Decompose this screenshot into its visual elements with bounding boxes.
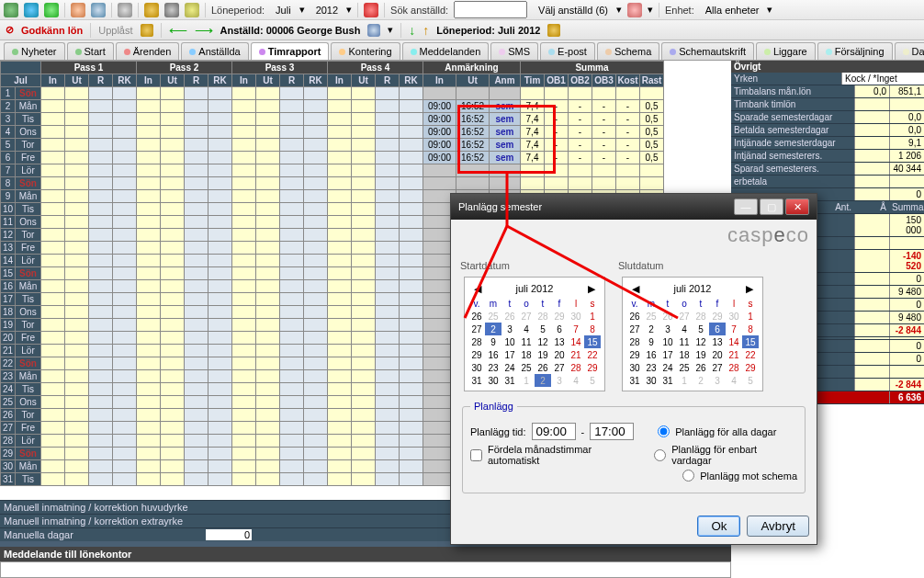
cancel-button[interactable]: Avbryt <box>747 516 809 537</box>
tab-liggare[interactable]: Liggare <box>756 42 816 60</box>
pass-2-header: Pass 2 <box>137 62 232 74</box>
summary-row: Intjänade semesterdagar9,1 <box>731 137 924 150</box>
approve-button[interactable]: Godkänn lön <box>21 25 83 36</box>
summary-row: Sparade semesterdagar0,0 <box>731 111 924 124</box>
icon-1[interactable] <box>4 3 18 17</box>
manual-days-val[interactable]: 0 <box>206 529 252 540</box>
month-header <box>1 62 41 74</box>
day-row-1[interactable]: 1Sön <box>1 87 664 100</box>
day-row-7[interactable]: 7Lör <box>1 164 664 177</box>
plan-fieldset: Planlägg Planlägg tid: - Planlägg för al… <box>462 401 806 493</box>
manual-main: Manuell inmatning / korrektion huvudyrke <box>4 502 206 513</box>
warn-icon: ⊘ <box>6 24 14 36</box>
auto-distribute-check[interactable] <box>470 449 482 461</box>
period-label: Löneperiod: <box>211 5 265 16</box>
tab-försäljning[interactable]: Försäljning <box>817 42 893 60</box>
unit-select[interactable]: Alla enheter <box>700 5 765 16</box>
user-icon[interactable] <box>71 3 85 17</box>
employee-label: Anställd: 00006 George Bush <box>220 25 361 36</box>
unit-label: Enhet: <box>665 5 694 16</box>
minimize-button[interactable]: — <box>734 198 758 215</box>
tab-timrapport[interactable]: Timrapport <box>251 42 330 60</box>
summary-row: Timbalans mån.lön0,0851,1 <box>731 85 924 98</box>
ok-button[interactable]: Ok <box>697 516 740 537</box>
dialog-titlebar[interactable]: Planlägg semester — ▢ ✕ <box>451 194 817 220</box>
plan-vacation-dialog: Planlägg semester — ▢ ✕ caspeco Startdat… <box>450 193 817 545</box>
secondary-toolbar: ⊘ Godkänn lön Upplåst ⟵ ⟶ Anställd: 0000… <box>0 20 924 40</box>
radio-weekdays[interactable] <box>654 449 666 461</box>
summary-row: YrkenKock / *Inget <box>731 73 924 85</box>
tab-anställda[interactable]: Anställda <box>181 42 248 60</box>
icon-2[interactable] <box>24 3 39 17</box>
unlock-icon[interactable] <box>547 24 560 37</box>
print-icon[interactable] <box>118 3 132 17</box>
down-arrow[interactable]: ↓ <box>409 23 415 38</box>
time-to[interactable] <box>590 423 634 440</box>
tab-nyheter[interactable]: Nyheter <box>4 42 65 60</box>
summary-row: Intjänad semesterers.1 206 <box>731 150 924 163</box>
day-row-3[interactable]: 3Tis09:0016:52sem7,4----0,5 <box>1 113 664 126</box>
start-calendar[interactable]: ◀juli 2012▶v.mtotfls26252627282930127234… <box>464 277 605 391</box>
radio-all-days-label: Planlägg för alla dagar <box>675 426 776 437</box>
unlocked-status: Upplåst <box>98 25 132 36</box>
dialog-title: Planlägg semester <box>458 201 732 212</box>
tab-meddelanden[interactable]: Meddelanden <box>402 42 490 60</box>
people-icon[interactable] <box>627 3 642 17</box>
plan-legend: Planlägg <box>470 401 517 412</box>
icon-3[interactable] <box>44 3 59 17</box>
sum-header: Summa <box>521 62 664 74</box>
period-month[interactable]: Juli <box>270 5 297 16</box>
pass-3-header: Pass 3 <box>232 62 328 74</box>
lock-icon[interactable] <box>141 24 153 37</box>
calendar-icon[interactable] <box>185 3 199 17</box>
auto-distribute-label: Fördela månadstimmar automatiskt <box>488 444 643 466</box>
tab-ärenden[interactable]: Ärenden <box>116 42 180 60</box>
anm-header: Anmärkning <box>423 62 521 74</box>
tab-kontering[interactable]: Kontering <box>331 42 400 60</box>
close-button[interactable]: ✕ <box>785 198 809 215</box>
employee-select[interactable]: Välj anställd (6) <box>533 5 614 16</box>
manual-days-lbl: Manuella dagar <box>4 529 206 540</box>
tab-dagsavstämning[interactable]: Dagsavstämning <box>895 42 924 60</box>
day-row-4[interactable]: 4Ons09:0016:52sem7,4----0,5 <box>1 126 664 139</box>
pass-1-header: Pass 1 <box>41 62 137 74</box>
search-input[interactable] <box>454 1 527 18</box>
period-label-2: Löneperiod: Juli 2012 <box>436 25 540 36</box>
time-from[interactable] <box>532 423 576 440</box>
start-date-label: Startdatum <box>460 260 609 271</box>
manual-extra: Manuell inmatning / korrektion extrayrke <box>4 516 206 527</box>
tab-start[interactable]: Start <box>67 42 114 60</box>
calendar-red-icon[interactable] <box>364 3 378 17</box>
message-header: Meddelande till lönekontor <box>0 547 731 561</box>
radio-weekdays-label: Planlägg för enbart vardagar <box>671 444 797 466</box>
radio-schedule[interactable] <box>682 470 694 482</box>
message-body[interactable] <box>0 561 731 578</box>
period-year[interactable]: 2012 <box>310 5 344 16</box>
main-toolbar: Löneperiod: Juli▾ 2012▾ Sök anställd: Vä… <box>0 0 924 20</box>
summary-row: Timbank timlön <box>731 98 924 111</box>
next-arrow[interactable]: ⟶ <box>195 23 213 38</box>
prev-arrow[interactable]: ⟵ <box>169 23 187 38</box>
up-arrow[interactable]: ↑ <box>423 23 429 38</box>
tool-icon-2[interactable] <box>164 3 179 17</box>
dropdown-icon[interactable] <box>367 24 380 37</box>
summary-row: erbetala <box>731 176 924 188</box>
pass-4-header: Pass 4 <box>328 62 423 74</box>
summary-row: Betalda semesterdagar0,0 <box>731 124 924 137</box>
end-date-label: Slutdatum <box>618 260 767 271</box>
day-row-5[interactable]: 5Tor09:0016:52sem7,4----0,5 <box>1 139 664 152</box>
maximize-button[interactable]: ▢ <box>760 198 783 215</box>
tab-e-post[interactable]: E-post <box>540 42 595 60</box>
time-label: Planlägg tid: <box>470 426 526 437</box>
end-calendar[interactable]: ◀juli 2012▶v.mtotfls26252627282930127234… <box>622 277 763 391</box>
day-row-6[interactable]: 6Fre09:0016:52sem7,4----0,5 <box>1 152 664 164</box>
users-icon[interactable] <box>91 3 106 17</box>
day-row-2[interactable]: 2Mån09:0016:52sem7,4----0,5 <box>1 100 664 113</box>
tab-schemautskrift[interactable]: Schemautskrift <box>661 42 754 60</box>
day-row-8[interactable]: 8Sön <box>1 177 664 190</box>
tool-icon-1[interactable] <box>144 3 159 17</box>
radio-all-days[interactable] <box>658 425 670 437</box>
tab-sms[interactable]: SMS <box>490 42 538 60</box>
tab-schema[interactable]: Schema <box>597 42 659 60</box>
summary-row: Sparad semesterers.40 344 <box>731 163 924 176</box>
